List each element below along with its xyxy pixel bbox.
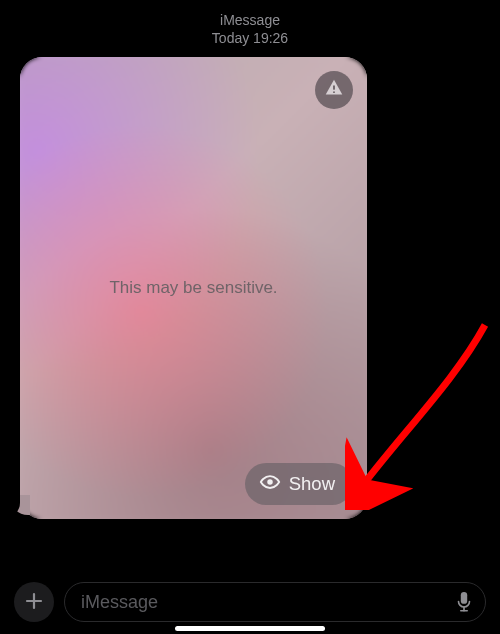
- warning-badge[interactable]: [315, 71, 353, 109]
- svg-point-2: [267, 479, 273, 485]
- message-input-placeholder: iMessage: [81, 592, 455, 613]
- plus-icon: [24, 587, 44, 618]
- message-input[interactable]: iMessage: [64, 582, 486, 622]
- sensitive-image-bubble[interactable]: This may be sensitive. Show: [20, 57, 367, 519]
- add-button[interactable]: [14, 582, 54, 622]
- conversation-area: This may be sensitive. Show: [0, 47, 500, 519]
- svg-rect-1: [333, 91, 335, 93]
- eye-icon: [259, 471, 281, 498]
- svg-rect-3: [461, 592, 467, 604]
- sensitive-content-label: This may be sensitive.: [20, 278, 367, 298]
- microphone-icon: [455, 591, 473, 613]
- show-button-label: Show: [289, 473, 335, 495]
- home-indicator[interactable]: [175, 626, 325, 631]
- compose-bar: iMessage: [0, 582, 500, 622]
- incoming-message[interactable]: This may be sensitive. Show: [20, 57, 500, 519]
- svg-rect-0: [333, 85, 335, 90]
- conversation-header: iMessage Today 19:26: [0, 0, 500, 47]
- timestamp-label: Today 19:26: [0, 30, 500, 48]
- dictation-button[interactable]: [455, 591, 473, 613]
- show-button[interactable]: Show: [245, 463, 353, 505]
- service-label: iMessage: [0, 12, 500, 30]
- warning-icon: [323, 77, 345, 103]
